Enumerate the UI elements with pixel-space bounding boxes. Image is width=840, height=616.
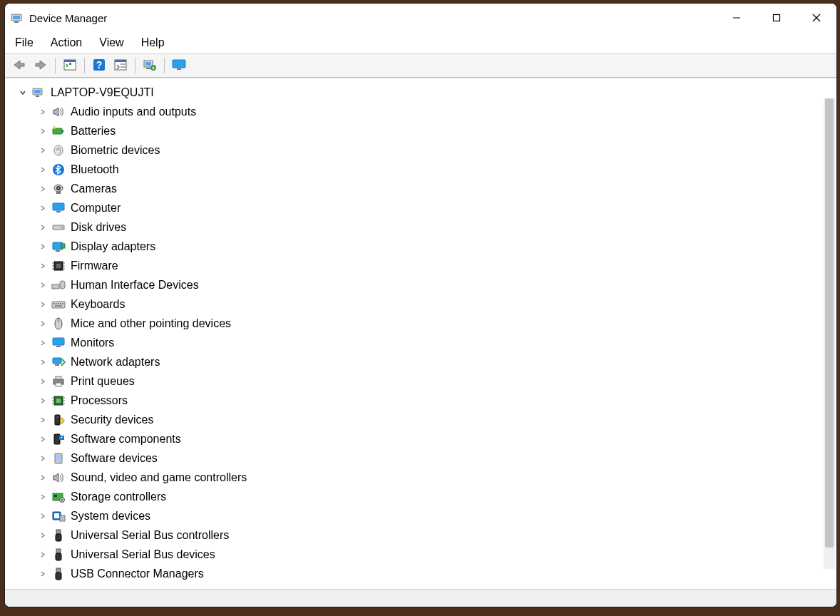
usb-icon	[51, 567, 66, 581]
tree-item[interactable]: Print queues	[8, 371, 821, 391]
toolbar-action-panel-button[interactable]	[111, 56, 130, 75]
svg-rect-1	[13, 16, 20, 19]
tree-item[interactable]: Biometric devices	[8, 140, 821, 160]
tree-item[interactable]: Bluetooth	[8, 160, 821, 179]
tree-item-label: Keyboards	[71, 298, 126, 311]
svg-rect-52	[52, 302, 65, 308]
svg-rect-57	[62, 303, 63, 304]
chevron-right-icon	[38, 224, 48, 231]
svg-text:?: ?	[96, 59, 103, 71]
menu-action[interactable]: Action	[51, 36, 82, 49]
tree-item[interactable]: Cameras	[8, 179, 821, 198]
tree-item[interactable]: Keyboards	[8, 294, 821, 314]
svg-rect-61	[53, 338, 64, 345]
toolbar-scan-hardware-button[interactable]: +	[140, 56, 160, 75]
tree-item-label: Cameras	[71, 183, 117, 195]
tree-root[interactable]: LAPTOP-V9EQUJTI	[8, 83, 821, 102]
minimize-button[interactable]	[717, 4, 757, 32]
svg-rect-62	[56, 346, 61, 347]
tree-item[interactable]: Universal Serial Bus controllers	[8, 525, 821, 545]
svg-point-33	[58, 187, 60, 189]
chevron-right-icon	[38, 359, 48, 366]
tree-item[interactable]: Security devices	[8, 410, 821, 429]
tree-item-label: Display adapters	[71, 240, 155, 253]
close-button[interactable]	[797, 4, 836, 32]
toolbar-separator	[135, 58, 135, 73]
tree-item[interactable]: Computer	[8, 198, 821, 217]
chevron-right-icon	[38, 108, 48, 115]
disk-icon	[51, 220, 66, 235]
toolbar-help-button[interactable]: ?	[89, 56, 109, 75]
svg-rect-93	[56, 568, 61, 573]
arrow-right-icon	[34, 58, 48, 73]
tree-item[interactable]: Mice and other pointing devices	[8, 314, 821, 333]
tree-item-label: Universal Serial Bus controllers	[71, 529, 229, 542]
tree-item[interactable]: Sound, video and game controllers	[8, 468, 821, 487]
tree-item[interactable]: Disk drives	[8, 217, 821, 237]
help-icon: ?	[92, 58, 106, 74]
chevron-right-icon	[38, 474, 48, 481]
tree-item[interactable]: Software components	[8, 429, 821, 448]
tree-item[interactable]: Audio inputs and outputs	[8, 102, 821, 121]
svg-rect-13	[115, 60, 126, 62]
svg-text:+: +	[152, 66, 155, 71]
tree-item[interactable]: Universal Serial Bus devices	[8, 545, 821, 564]
toolbar: ? +	[5, 54, 836, 78]
menu-help[interactable]: Help	[141, 36, 165, 49]
arrow-left-icon	[12, 58, 26, 73]
svg-rect-94	[56, 573, 61, 580]
maximize-button[interactable]	[757, 4, 797, 32]
chevron-right-icon	[38, 147, 48, 154]
menubar: File Action View Help	[5, 32, 836, 54]
tree-item-label: Software components	[71, 433, 181, 446]
tree-item[interactable]: Storage controllers	[8, 487, 821, 506]
tree-item-label: Mice and other pointing devices	[71, 317, 231, 330]
tree-item[interactable]: Monitors	[8, 333, 821, 352]
tree-pane-icon	[63, 58, 77, 73]
tree-item-label: Sound, video and game controllers	[71, 471, 247, 484]
toolbar-show-tree-button[interactable]	[60, 56, 80, 75]
svg-rect-91	[56, 549, 61, 553]
usb-icon	[51, 528, 66, 543]
tree-item[interactable]: Firmware	[8, 256, 821, 275]
svg-rect-4	[774, 15, 780, 21]
tree-item[interactable]: Network adapters	[8, 352, 821, 371]
tree-item[interactable]: Batteries	[8, 121, 821, 140]
tree-item-label: Biometric devices	[71, 144, 160, 157]
svg-rect-25	[36, 96, 39, 97]
tree-view[interactable]: LAPTOP-V9EQUJTIAudio inputs and outputsB…	[5, 78, 836, 589]
tree-item-label: Software devices	[71, 452, 158, 465]
chevron-right-icon	[38, 397, 48, 404]
window-title: Device Manager	[29, 12, 107, 24]
svg-rect-35	[53, 203, 64, 210]
display-adapter-icon	[51, 240, 66, 254]
svg-rect-8	[64, 60, 76, 62]
toolbar-back-button[interactable]	[9, 56, 29, 75]
network-icon	[51, 355, 66, 369]
toolbar-forward-button[interactable]	[31, 56, 51, 75]
chevron-right-icon	[38, 166, 48, 173]
tree-item-label: Network adapters	[71, 356, 160, 369]
tree-item[interactable]: Software devices	[8, 448, 821, 468]
menu-file[interactable]: File	[15, 36, 34, 49]
chevron-right-icon	[38, 301, 48, 308]
menu-view[interactable]: View	[99, 36, 123, 49]
camera-icon	[51, 182, 66, 196]
tree-item[interactable]: USB Connector Managers	[8, 564, 821, 583]
fingerprint-icon	[51, 143, 66, 158]
vertical-scrollbar[interactable]	[824, 98, 835, 569]
tree-item-label: Universal Serial Bus devices	[71, 548, 215, 561]
chip-icon	[51, 259, 66, 273]
tree-item[interactable]: Display adapters	[8, 237, 821, 256]
tree-item[interactable]: Human Interface Devices	[8, 275, 821, 294]
svg-rect-9	[69, 63, 71, 65]
svg-rect-89	[56, 530, 61, 534]
tree-item-label: Print queues	[71, 375, 135, 388]
scrollbar-thumb[interactable]	[825, 98, 834, 548]
toolbar-devices-button[interactable]	[169, 56, 189, 75]
tree-item-label: Batteries	[71, 125, 116, 138]
tree-item-label: Security devices	[71, 414, 154, 426]
tree-item[interactable]: Processors	[8, 391, 821, 410]
svg-rect-26	[53, 128, 62, 134]
tree-item[interactable]: System devices	[8, 506, 821, 525]
